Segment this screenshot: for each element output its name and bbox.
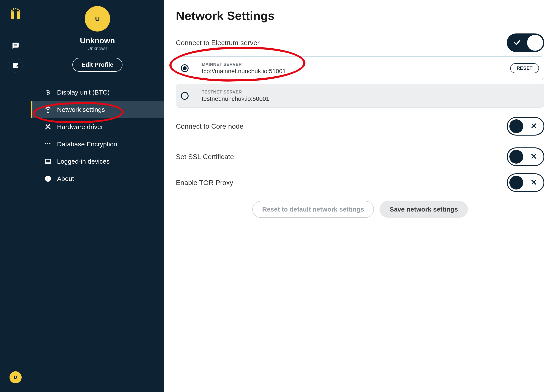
sidebar-item-database-encryption[interactable]: *** Database Encryption (31, 136, 164, 153)
bitcoin-icon (44, 89, 52, 96)
rail-avatar-initial: U (14, 375, 17, 380)
password-icon: *** (44, 140, 52, 148)
toggle-knob (527, 35, 543, 51)
server-value-mainnet[interactable]: tcp://mainnet.nunchuk.io:51001 (202, 68, 504, 75)
label-ssl: Set SSL Certificate (176, 153, 234, 161)
app-logo-icon (9, 6, 21, 21)
sidebar-item-about[interactable]: About (31, 170, 164, 187)
sidebar-item-network-settings[interactable]: Network settings (31, 101, 164, 118)
label-electrum: Connect to Electrum server (176, 39, 260, 47)
row-tor: Enable TOR Proxy (176, 170, 544, 195)
server-list: MAINNET SERVER tcp://mainnet.nunchuk.io:… (176, 56, 544, 108)
sidebar-item-display-unit[interactable]: Display unit (BTC) (31, 84, 164, 101)
settings-sidebar: U Unknown Unknown Edit Profile Display u… (31, 0, 164, 392)
rail-avatar[interactable]: U (9, 371, 21, 383)
row-electrum: Connect to Electrum server (176, 30, 544, 55)
sidebar-item-logged-in-devices[interactable]: Logged-in devices (31, 153, 164, 170)
nav-rail: U (0, 0, 31, 392)
toggle-ssl[interactable] (507, 147, 544, 166)
reset-mainnet-button[interactable]: RESET (510, 63, 539, 73)
svg-rect-3 (46, 159, 50, 163)
reset-defaults-button[interactable]: Reset to default network settings (252, 201, 374, 218)
sidebar-item-hardware-driver[interactable]: Hardware driver (31, 118, 164, 136)
page-title: Network Settings (176, 9, 544, 23)
toggle-knob (509, 176, 523, 189)
server-card-testnet: TESTNET SERVER testnet.nunchuk.io:50001 (176, 84, 544, 108)
toggle-knob (509, 150, 523, 164)
server-card-mainnet: MAINNET SERVER tcp://mainnet.nunchuk.io:… (176, 56, 544, 80)
svg-rect-1 (17, 11, 20, 19)
action-buttons: Reset to default network settings Save n… (176, 201, 544, 218)
radio-mainnet[interactable] (181, 64, 189, 72)
rail-messages-button[interactable] (9, 39, 22, 53)
sidebar-item-label: Display unit (BTC) (57, 89, 110, 96)
svg-rect-0 (11, 11, 14, 19)
x-icon (530, 153, 538, 161)
sidebar-item-label: Logged-in devices (57, 158, 110, 165)
profile-block: U Unknown Unknown Edit Profile (31, 6, 164, 72)
server-value-testnet[interactable]: testnet.nunchuk.io:50001 (202, 95, 539, 102)
profile-avatar: U (85, 6, 110, 32)
sidebar-item-label: Network settings (57, 106, 105, 113)
row-ssl: Set SSL Certificate (176, 144, 544, 169)
server-label-mainnet: MAINNET SERVER (202, 62, 504, 67)
save-settings-button[interactable]: Save network settings (380, 201, 468, 218)
x-icon (530, 122, 538, 130)
laptop-icon (44, 158, 52, 165)
sidebar-item-label: About (57, 175, 74, 182)
tools-icon (44, 123, 52, 131)
toggle-tor[interactable] (507, 173, 544, 192)
sidebar-item-label: Database Encryption (57, 140, 117, 148)
server-label-testnet: TESTNET SERVER (202, 90, 539, 95)
toggle-knob (509, 119, 523, 133)
x-icon (530, 179, 538, 187)
check-icon (513, 38, 521, 48)
rail-wallet-button[interactable] (9, 59, 22, 72)
label-tor: Enable TOR Proxy (176, 179, 233, 187)
sidebar-item-label: Hardware driver (57, 123, 103, 131)
profile-name: Unknown (80, 36, 115, 45)
toggle-electrum[interactable] (507, 34, 544, 52)
profile-avatar-initial: U (95, 15, 100, 22)
info-icon (44, 175, 52, 183)
label-core-node: Connect to Core node (176, 122, 243, 130)
toggle-core-node[interactable] (507, 117, 544, 136)
settings-menu: Display unit (BTC) Network settings Hard… (31, 84, 164, 187)
edit-profile-button[interactable]: Edit Profile (72, 58, 122, 72)
svg-rect-5 (48, 178, 48, 181)
profile-subtitle: Unknown (87, 46, 107, 51)
radio-testnet[interactable] (181, 92, 189, 100)
row-core-node: Connect to Core node (176, 114, 544, 139)
svg-rect-6 (48, 177, 48, 178)
antenna-icon (44, 106, 52, 113)
settings-main: Network Settings Connect to Electrum ser… (164, 0, 553, 392)
